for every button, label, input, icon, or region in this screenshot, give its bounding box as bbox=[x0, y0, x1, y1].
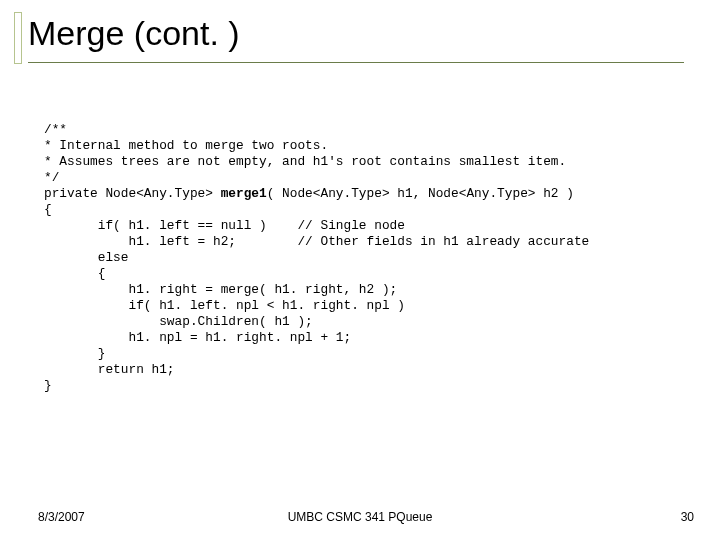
bold-method-name: merge1 bbox=[221, 186, 267, 201]
title-underline bbox=[28, 62, 684, 63]
footer: 8/3/2007 UMBC CSMC 341 PQueue 30 bbox=[0, 506, 720, 524]
footer-center: UMBC CSMC 341 PQueue bbox=[0, 510, 720, 524]
title-accent-box bbox=[14, 12, 22, 64]
code-block: /** * Internal method to merge two roots… bbox=[44, 122, 589, 394]
footer-page-number: 30 bbox=[681, 510, 694, 524]
slide-title: Merge (cont. ) bbox=[28, 14, 240, 59]
slide: Merge (cont. ) /** * Internal method to … bbox=[0, 0, 720, 540]
title-wrap: Merge (cont. ) bbox=[28, 14, 240, 59]
